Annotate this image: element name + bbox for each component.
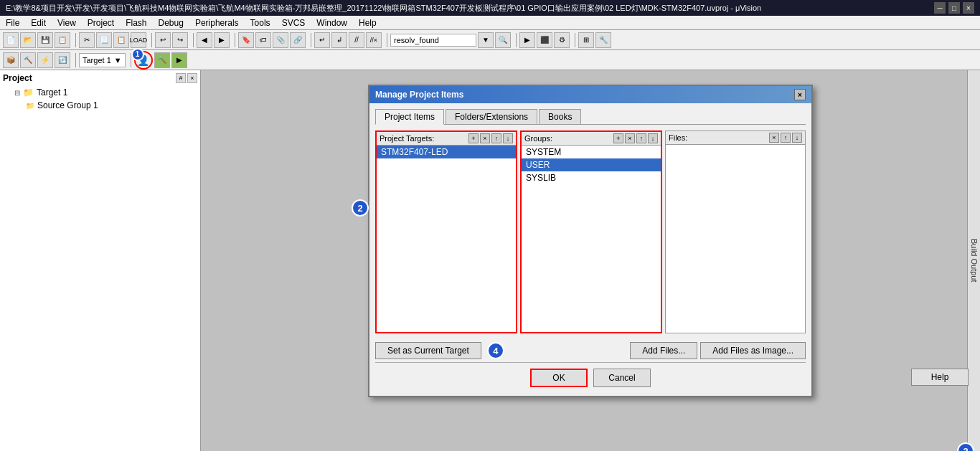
help-btn[interactable]: Help [911,369,969,386]
tree-source-group1[interactable]: 📁 Source Group 1 [3,99,197,112]
menu-project[interactable]: Project [82,16,120,29]
save-btn[interactable]: 💾 [37,32,53,48]
open-btn[interactable]: 📂 [20,32,36,48]
minimize-btn[interactable]: ─ [934,2,946,14]
save-all-btn[interactable]: 📋 [55,32,70,48]
files-list [666,145,805,331]
debug-stop-btn[interactable]: ⬛ [537,32,552,48]
target1-label: Target 1 [37,87,67,98]
manage-project-items-btn[interactable]: 👤 1 [134,51,153,70]
paste-btn[interactable]: 📋 [113,32,129,48]
search-btn[interactable]: 🔍 [495,32,511,48]
columns-row: Project Targets: + × ↑ ↓ STM32F407-LED [375,130,806,333]
groups-panel: Groups: + × ↑ ↓ SYSTEM USER [520,130,662,333]
group-syslib[interactable]: SYSLIB [522,171,661,184]
load-btn[interactable]: LOAD [131,32,146,48]
targets-down-btn[interactable]: ↓ [503,133,513,143]
tab-books[interactable]: Books [539,109,581,124]
target1-icon: 📁 [23,87,34,98]
undo-btn[interactable]: ↩ [155,32,171,48]
grid-btn[interactable]: ⊞ [578,32,594,48]
files-up-btn[interactable]: ↑ [781,133,791,143]
panel-close-btn[interactable]: × [187,73,197,83]
menu-bar: File Edit View Project Flash Debug Perip… [0,16,980,30]
groups-add-btn[interactable]: + [613,133,623,143]
menu-tools[interactable]: Tools [245,16,276,29]
targets-del-btn[interactable]: × [480,133,490,143]
tb2-btn4[interactable]: 🔃 [55,52,70,68]
panel-pin-btn[interactable]: # [176,73,186,83]
project-panel-header: Project # × [3,73,197,83]
files-down-btn[interactable]: ↓ [792,133,802,143]
tab-project-items[interactable]: Project Items [375,109,444,125]
tb2-build-btn[interactable]: 🔨 [154,52,170,68]
footer-left: Set as Current Target 4 [375,342,504,359]
dialog-close-btn[interactable]: × [794,89,806,100]
target-dropdown[interactable]: Target 1 ▼ [79,53,126,67]
groups-label: Groups: [524,134,552,143]
folder-icon: 📁 [26,102,34,110]
search-dropdown-btn[interactable]: ▼ [478,32,494,48]
restore-btn[interactable]: □ [948,2,960,14]
indent-btn[interactable]: ↵ [314,32,330,48]
tb2-btn1[interactable]: 📦 [3,52,19,68]
toolbar1: 📄 📂 💾 📋 ✂ 📃 📋 LOAD ↩ ↪ ◀ ▶ 🔖 🏷 📎 🔗 ↵ ↲ /… [0,30,980,50]
targets-label: Project Targets: [380,134,434,143]
close-btn[interactable]: × [963,2,974,14]
settings-btn[interactable]: 🔧 [595,32,611,48]
menu-debug[interactable]: Debug [153,16,189,29]
files-del-btn[interactable]: × [769,133,779,143]
groups-up-btn[interactable]: ↑ [636,133,646,143]
menu-window[interactable]: Window [311,16,353,29]
config-btn[interactable]: ⚙ [554,32,570,48]
group-user[interactable]: USER [522,158,661,171]
window-controls: ─ □ × [934,2,974,14]
bk4-btn[interactable]: 🔗 [290,32,306,48]
comment-btn[interactable]: // [349,32,364,48]
dialog-title: Manage Project Items [375,90,463,100]
menu-help[interactable]: Help [353,16,382,29]
debug-run-btn[interactable]: ▶ [519,32,535,48]
unindent-btn[interactable]: ↲ [331,32,347,48]
targets-icons: + × ↑ ↓ [468,133,513,143]
groups-del-btn[interactable]: × [625,133,635,143]
menu-file[interactable]: File [0,16,25,29]
targets-add-btn[interactable]: + [468,133,479,143]
bk2-btn[interactable]: 🏷 [255,32,271,48]
title-bar: E:\教学8&项目开发\开发\开发项目\飞航科技M4物联网实验箱\飞航M4物联网… [0,0,980,16]
group-system[interactable]: SYSTEM [522,146,661,158]
target-label: Target 1 [83,56,111,65]
copy-btn[interactable]: 📃 [96,32,112,48]
cut-btn[interactable]: ✂ [79,32,95,48]
add-files-image-btn[interactable]: Add Files as Image... [700,342,806,359]
targets-up-btn[interactable]: ↑ [491,133,501,143]
uncomment-btn[interactable]: //× [366,32,382,48]
targets-list: STM32F407-LED [377,146,516,332]
cancel-btn[interactable]: Cancel [593,369,651,387]
nav-back-btn[interactable]: ◀ [197,32,212,48]
new-file-btn[interactable]: 📄 [3,32,19,48]
dialog-footer: Set as Current Target 4 Add Files... Add… [375,339,806,362]
badge-4: 4 [487,342,504,359]
menu-peripherals[interactable]: Peripherals [189,16,245,29]
menu-svcs[interactable]: SVCS [276,16,311,29]
groups-down-btn[interactable]: ↓ [648,133,658,143]
menu-edit[interactable]: Edit [25,16,52,29]
tb2-btn2[interactable]: 🔨 [20,52,36,68]
menu-view[interactable]: View [52,16,82,29]
nav-fwd-btn[interactable]: ▶ [214,32,230,48]
tab-folders-extensions[interactable]: Folders/Extensions [446,109,537,124]
bk3-btn[interactable]: 📎 [273,32,288,48]
menu-flash[interactable]: Flash [120,16,152,29]
search-input[interactable] [390,34,476,47]
tree-target1[interactable]: ⊟ 📁 Target 1 [3,86,197,99]
target-item-stm32[interactable]: STM32F407-LED [377,146,516,158]
dialog-overlay: Manage Project Items × Project Items Fol… [201,70,980,451]
set-current-target-btn[interactable]: Set as Current Target [375,342,481,359]
tb2-btn3[interactable]: ⚡ [37,52,53,68]
ok-btn[interactable]: OK [530,369,588,387]
add-files-btn[interactable]: Add Files... [630,342,697,359]
redo-btn[interactable]: ↪ [172,32,188,48]
tb2-run-btn[interactable]: ▶ [171,52,187,68]
bookmark-btn[interactable]: 🔖 [238,32,254,48]
